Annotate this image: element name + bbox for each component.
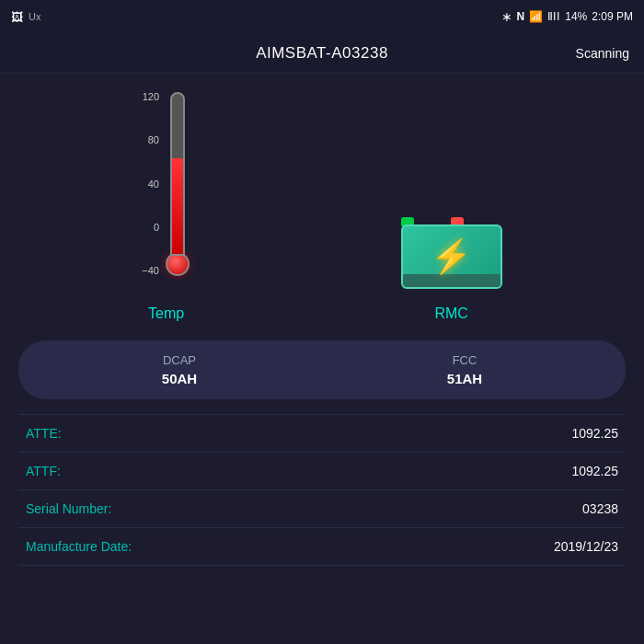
- signal-icon: ⅡⅠⅠ: [547, 10, 560, 23]
- row-key-3: Manufacture Date:: [26, 539, 132, 554]
- data-row: Manufacture Date:2019/12/23: [18, 528, 626, 566]
- status-bar: 🖼 Ux ∗ N 📶 ⅡⅠⅠ 14% 2:09 PM: [0, 0, 644, 33]
- scale-neg40: −40: [142, 266, 159, 276]
- therm-wrapper: 120 80 40 0 −40: [142, 83, 190, 298]
- n-icon: N: [517, 10, 525, 23]
- dcap-item: DCAP 50AH: [162, 353, 197, 386]
- row-key-1: ATTF:: [26, 464, 61, 478]
- temp-label: Temp: [148, 305, 184, 322]
- row-value-2: 03238: [582, 501, 618, 516]
- therm-fill: [172, 158, 183, 255]
- battery-percent: 14%: [565, 10, 587, 23]
- main-content: 120 80 40 0 −40 Temp: [0, 74, 644, 644]
- wifi-icon: 📶: [529, 10, 543, 23]
- status-left-icons: 🖼 Ux: [11, 10, 40, 24]
- fcc-value: 51AH: [447, 371, 482, 386]
- title-bar: AIMSBAT-A03238 Scanning: [0, 33, 644, 74]
- thermometer: [165, 92, 190, 276]
- clock: 2:09 PM: [592, 10, 633, 23]
- bolt-icon: ⚡: [431, 240, 472, 273]
- data-rows: ATTE:1092.25ATTF:1092.25Serial Number:03…: [18, 414, 626, 566]
- scale-80: 80: [148, 135, 159, 145]
- scale-40: 40: [148, 179, 159, 190]
- image-icon: 🖼: [11, 10, 23, 24]
- dcap-value: 50AH: [162, 371, 197, 386]
- row-value-0: 1092.25: [571, 426, 618, 441]
- fcc-label: FCC: [453, 353, 477, 367]
- ux-icon: Ux: [29, 11, 40, 22]
- battery-section: ⚡ RMC: [401, 83, 502, 322]
- scanning-status: Scanning: [576, 46, 629, 61]
- row-key-0: ATTE:: [26, 426, 62, 441]
- battery-icon: ⚡: [401, 224, 502, 298]
- scale-120: 120: [143, 92, 159, 102]
- row-value-3: 2019/12/23: [554, 539, 618, 554]
- fcc-item: FCC 51AH: [447, 353, 482, 386]
- data-row: Serial Number:03238: [18, 490, 626, 528]
- status-right-icons: ∗ N 📶 ⅡⅠⅠ 14% 2:09 PM: [501, 9, 633, 24]
- bluetooth-icon: ∗: [501, 9, 512, 24]
- battery-bottom: [403, 274, 500, 287]
- info-card: DCAP 50AH FCC 51AH: [18, 340, 626, 399]
- row-key-2: Serial Number:: [26, 501, 111, 516]
- therm-tube: [170, 92, 185, 256]
- page-title: AIMSBAT-A03238: [256, 44, 388, 63]
- scale-0: 0: [154, 223, 159, 233]
- gauge-area: 120 80 40 0 −40 Temp: [18, 83, 626, 322]
- row-value-1: 1092.25: [571, 464, 618, 478]
- therm-scale: 120 80 40 0 −40: [142, 92, 159, 276]
- dcap-label: DCAP: [163, 353, 196, 367]
- therm-bulb: [166, 252, 190, 276]
- battery-body: ⚡: [401, 224, 502, 289]
- thermometer-section: 120 80 40 0 −40 Temp: [142, 83, 190, 322]
- data-row: ATTF:1092.25: [18, 453, 626, 490]
- rmc-label: RMC: [434, 305, 467, 322]
- data-row: ATTE:1092.25: [18, 415, 626, 453]
